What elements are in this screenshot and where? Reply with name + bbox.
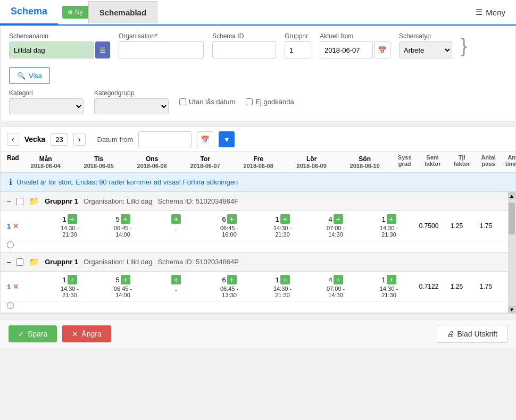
group-checkbox-2[interactable]	[16, 258, 23, 266]
schemanamn-input[interactable]	[9, 41, 94, 58]
bottom-bar: ✓ Spara ✕ Ångra 🖨 Blad Utskrift	[0, 319, 516, 348]
datum-from-input[interactable]	[138, 131, 192, 147]
add-man-2-btn[interactable]: +	[68, 275, 77, 284]
add-tis-1-btn[interactable]: +	[121, 214, 130, 224]
search-icon: 🔍	[17, 72, 26, 80]
group2-rows: 1 ✕ 1 + 14:30 -21:30	[1, 272, 508, 313]
col-tis: Tis 2018-06-05	[72, 154, 126, 170]
tjl-faktor-1: 1.75	[471, 222, 501, 230]
extra-columns: Syssgrad Semfaktor Tjlfaktor Antalpass A…	[392, 154, 516, 167]
add-ons-1-btn[interactable]: +	[171, 214, 181, 224]
required-marker: *	[155, 32, 157, 40]
add-tor-2-btn[interactable]: +	[227, 275, 237, 284]
row-close-btn-1[interactable]: ✕	[13, 222, 19, 230]
prev-week-btn[interactable]: ‹	[7, 133, 19, 146]
schemablad-tab[interactable]: Schemablad	[88, 1, 157, 23]
schemanamn-label: Schemanamn	[9, 32, 110, 40]
schemanamn-dropdown-btn[interactable]: ☰	[95, 41, 110, 58]
add-tor-1-btn[interactable]: +	[227, 214, 237, 224]
filter-btn[interactable]: ▼	[219, 131, 235, 147]
syss-grad-1: 0.7500	[415, 222, 442, 230]
plus-icon: ⊕	[68, 9, 73, 16]
row-close-btn-2[interactable]: ✕	[13, 282, 19, 291]
add-son-2-btn[interactable]: +	[387, 275, 396, 284]
add-son-1-btn[interactable]: +	[387, 214, 396, 224]
menu-button[interactable]: ☰ Meny	[465, 1, 516, 23]
scrollbar-thumb[interactable]	[509, 203, 515, 234]
visa-button[interactable]: 🔍 Visa	[9, 67, 50, 84]
kategori-select[interactable]	[9, 98, 84, 114]
schematyp-select[interactable]: Arbete Jour Beredskap	[399, 41, 452, 58]
group-checkbox-1[interactable]	[16, 198, 23, 205]
warning-bar: ℹ Urvalet är för stort. Endast 90 rader …	[1, 173, 515, 192]
schema-id-input[interactable]	[212, 41, 276, 58]
add-ons-2-btn[interactable]: +	[171, 275, 181, 284]
cell-ons-2: + -	[149, 274, 203, 299]
ej-godkanda-label[interactable]: Ej godkända	[246, 98, 294, 106]
add-lor-1-btn[interactable]: +	[334, 214, 343, 224]
group-schema-id-2: Schema ID: 5102034864P	[157, 258, 239, 266]
col-syss-grad: Syssgrad	[392, 154, 418, 167]
datum-calendar-btn[interactable]: 📅	[197, 131, 213, 147]
utan-las-datum-checkbox[interactable]	[179, 98, 186, 105]
col-man: Mån 2018-06-04	[19, 154, 72, 170]
antal-pass-2: 20	[501, 283, 508, 290]
left-actions: ✓ Spara ✕ Ångra	[9, 325, 111, 342]
kategori-label: Kategori	[9, 89, 84, 97]
brace-separator: }	[461, 36, 467, 55]
group2-row-wrapper: 1 ✕ 1 + 14:30 -21:30	[1, 272, 508, 313]
row-id-link-1[interactable]: 1	[7, 222, 11, 230]
new-button[interactable]: ⊕ Ny	[62, 6, 88, 19]
scroll-down-btn[interactable]: ▼	[508, 306, 515, 313]
warning-text: Urvalet är för stort. Endast 90 rader ko…	[16, 178, 238, 186]
organisation-input[interactable]	[119, 41, 204, 58]
expand-icon-1[interactable]: –	[7, 197, 11, 205]
col-antal-pass: Antalpass	[477, 154, 501, 167]
add-tis-2-btn[interactable]: +	[121, 275, 130, 284]
ej-godkanda-checkbox[interactable]	[246, 98, 253, 105]
add-lor-2-btn[interactable]: +	[334, 275, 343, 284]
extra-data-1: 0.7500 1.25 1.75 20 138.75 +	[415, 213, 508, 239]
row-radio-1[interactable]	[7, 241, 14, 248]
angra-button[interactable]: ✕ Ångra	[62, 325, 111, 342]
add-fre-2-btn[interactable]: +	[280, 275, 290, 284]
cell-ons-1: + -	[149, 213, 203, 239]
add-man-1-btn[interactable]: +	[68, 214, 77, 224]
scroll-up-btn[interactable]: ▲	[508, 192, 515, 199]
utan-las-datum-label[interactable]: Utan lås datum	[179, 98, 235, 106]
print-button[interactable]: 🖨 Blad Utskrift	[437, 325, 507, 343]
next-week-btn[interactable]: ›	[73, 133, 86, 146]
cell-lor-2: 4 + 07:00 -14:30	[309, 274, 362, 299]
add-fre-1-btn[interactable]: +	[280, 214, 290, 224]
aktuell-from-label: Aktuell from	[320, 32, 390, 40]
group-name-1: Gruppnr 1	[45, 197, 78, 205]
tjl-faktor-2: 1.75	[471, 283, 501, 290]
row-radio-2[interactable]	[7, 302, 14, 309]
table-row: 1 ✕ 1 + 14:30 -21:30	[1, 272, 508, 302]
scrollbar-track[interactable]: ▲ ▼	[508, 192, 515, 313]
kategorigrupp-label: Kategorigrupp	[94, 89, 169, 97]
extra-data-2: 0.7122 1.25 1.75 20 131.75 +	[415, 274, 508, 299]
spara-button[interactable]: ✓ Spara	[9, 325, 57, 342]
schema-tab[interactable]: Schema	[0, 0, 58, 25]
week-number: 23	[51, 133, 68, 146]
x-icon: ✕	[72, 330, 78, 338]
schematyp-label: Schematyp	[399, 32, 452, 40]
group-section-1: – 📁 Gruppnr 1 Organisation: Lilld dag Sc…	[1, 192, 508, 253]
kategorigrupp-select[interactable]	[94, 98, 169, 114]
cell-son-1: 1 + 14:30 -21:30	[362, 213, 415, 239]
aktuell-from-calendar-btn[interactable]: 📅	[374, 41, 390, 58]
gruppnr-input[interactable]	[285, 41, 311, 58]
aktuell-from-input[interactable]	[320, 41, 373, 58]
cell-lor-1: 4 + 07:00 -14:30	[309, 213, 362, 239]
aktuell-from-field: Aktuell from 📅	[320, 32, 390, 58]
filter-icon: ▼	[223, 136, 230, 144]
expand-icon-2[interactable]: –	[7, 258, 11, 266]
schema-id-label: Schema ID	[212, 32, 276, 40]
row-id-link-2[interactable]: 1	[7, 283, 11, 291]
cell-son-2: 1 + 14:30 -21:30	[362, 274, 415, 299]
group-org-1: Organisation: Lilld dag	[84, 197, 152, 205]
group1-rows: 1 ✕ 1 + 14:30 -21:30	[1, 211, 508, 252]
day-cells-1: 1 + 14:30 -21:30 5 +	[43, 213, 415, 239]
row-id-cell-1: 1 ✕	[1, 213, 43, 239]
